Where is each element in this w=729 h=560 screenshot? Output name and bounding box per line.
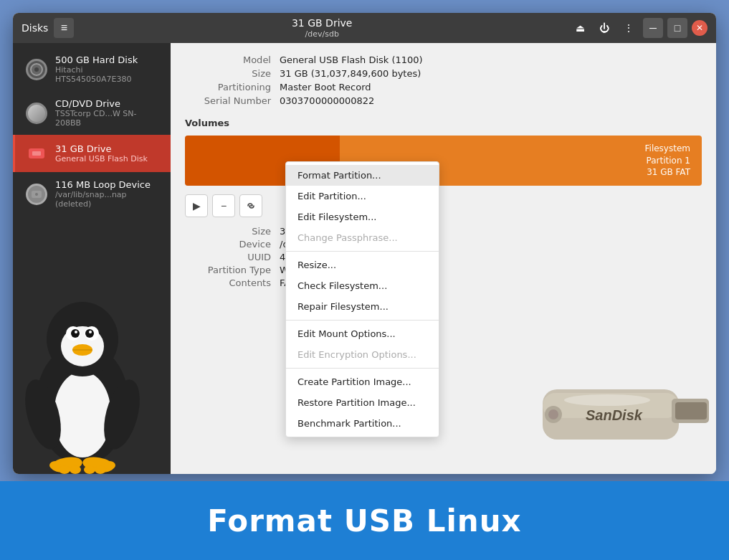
menu-edit-encryption-options: Edit Encryption Options... — [286, 344, 439, 365]
more-button[interactable]: ⋮ — [619, 18, 639, 38]
menu-sep-3 — [286, 368, 439, 369]
usb-svg: SanDisk — [528, 339, 715, 483]
sidebar-item-cdrom[interactable]: CD/DVD Drive TSSTcorp CD...W SN-208BB — [13, 91, 171, 135]
serial-value: 0303700000000822 — [280, 95, 374, 106]
tux-svg — [11, 282, 154, 483]
vol-parttype-row: Partition Type W95 F... — [185, 265, 702, 275]
sidebar-item-info-usb: 31 GB Drive General USB Flash Disk — [55, 143, 161, 163]
svg-rect-31 — [675, 402, 707, 419]
menu-resize[interactable]: Resize... — [286, 255, 439, 275]
menu-change-passphrase: Change Passphrase... — [286, 227, 439, 248]
menu-repair-filesystem[interactable]: Repair Filesystem... — [286, 296, 439, 317]
partitioning-row: Partitioning Master Boot Record — [185, 82, 702, 92]
context-menu: Format Partition... Edit Partition... Ed… — [285, 161, 439, 437]
sidebar-item-name-hdd: 500 GB Hard Disk — [55, 54, 161, 65]
svg-point-24 — [70, 465, 81, 474]
svg-text:SanDisk: SanDisk — [586, 407, 643, 423]
sidebar-item-info-loop: 116 MB Loop Device /var/lib/snap...nap (… — [55, 179, 161, 209]
cd-circle — [26, 103, 47, 124]
menu-check-filesystem[interactable]: Check Filesystem... — [286, 275, 439, 296]
menu-button[interactable]: ≡ — [54, 18, 74, 38]
titlebar-left: Disks ≡ — [22, 18, 74, 38]
menu-sep-2 — [286, 320, 439, 321]
info-table: Model General USB Flash Disk (1100) Size… — [185, 54, 702, 106]
menu-edit-filesystem[interactable]: Edit Filesystem... — [286, 207, 439, 227]
volumes-label: Volumes — [185, 118, 702, 128]
play-button[interactable]: ▶ — [185, 194, 208, 217]
model-label: Model — [185, 54, 271, 65]
vol-device-row: Device /dev/... — [185, 239, 702, 250]
svg-point-35 — [548, 409, 558, 419]
svg-point-27 — [84, 465, 95, 474]
svg-point-26 — [95, 465, 106, 474]
model-row: Model General USB Flash Disk (1100) — [185, 54, 702, 65]
sidebar-item-name-usb: 31 GB Drive — [55, 143, 161, 154]
vol-size-row: Size 31 GB — [185, 226, 702, 237]
window-subtitle: /dev/sdb — [74, 29, 570, 39]
tux-penguin — [11, 282, 154, 483]
volume-bar: Filesystem Partition 1 31 GB FAT — [185, 136, 702, 186]
minus-button[interactable]: − — [212, 194, 235, 217]
vol-parttype-label: Partition Type — [185, 265, 271, 275]
loop-circle — [26, 184, 47, 205]
menu-edit-mount-options[interactable]: Edit Mount Options... — [286, 323, 439, 344]
svg-point-5 — [35, 193, 38, 196]
svg-rect-3 — [32, 151, 41, 156]
volume-controls: ▶ − — [185, 194, 702, 217]
vol-uuid-row: UUID 4AFB-... — [185, 252, 702, 262]
menu-format-partition[interactable]: Format Partition... — [286, 165, 439, 186]
disk-circle — [26, 59, 47, 80]
titlebar-title: 31 GB Drive /dev/sdb — [74, 17, 570, 39]
vol-device-label: Device — [185, 239, 271, 250]
window-title: 31 GB Drive — [292, 17, 353, 29]
menu-restore-partition-image[interactable]: Restore Partition Image... — [286, 392, 439, 413]
sidebar-item-info-cdrom: CD/DVD Drive TSSTcorp CD...W SN-208BB — [55, 98, 161, 128]
menu-create-partition-image[interactable]: Create Partition Image... — [286, 371, 439, 392]
svg-point-33 — [564, 394, 650, 406]
sidebar-item-hdd[interactable]: 500 GB Hard Disk Hitachi HTS545050A7E380 — [13, 47, 171, 91]
loop-icon — [25, 183, 48, 206]
hdd-icon — [25, 58, 48, 81]
bottom-banner-text: Format USB Linux — [207, 503, 521, 538]
usb-drive: SanDisk — [528, 339, 715, 483]
menu-sep-1 — [286, 251, 439, 252]
svg-point-12 — [75, 331, 77, 333]
sidebar-item-usb[interactable]: 31 GB Drive General USB Flash Disk — [13, 135, 171, 172]
power-button[interactable]: ⏻ — [594, 18, 614, 38]
sidebar-item-info-hdd: 500 GB Hard Disk Hitachi HTS545050A7E380 — [55, 54, 161, 84]
svg-point-14 — [85, 329, 94, 338]
volume-detail: Size 31 GB Device /dev/... UUID 4AFB-...… — [185, 226, 702, 288]
link-icon — [246, 201, 256, 211]
svg-point-15 — [89, 331, 92, 333]
vol-size-label: Size — [185, 226, 271, 237]
bottom-banner: Format USB Linux — [0, 481, 729, 560]
menu-edit-partition[interactable]: Edit Partition... — [286, 186, 439, 207]
svg-point-23 — [59, 465, 70, 474]
app-name: Disks — [22, 22, 48, 34]
partitioning-value: Master Boot Record — [280, 82, 371, 92]
close-button[interactable]: ✕ — [692, 20, 707, 36]
size-row: Size 31 GB (31,037,849,600 bytes) — [185, 68, 702, 79]
sidebar-item-loop[interactable]: 116 MB Loop Device /var/lib/snap...nap (… — [13, 172, 171, 216]
partitioning-label: Partitioning — [185, 82, 271, 92]
sidebar-item-name-cdrom: CD/DVD Drive — [55, 98, 161, 109]
volume-segment-text: Filesystem Partition 1 31 GB FAT — [645, 143, 690, 179]
maximize-button[interactable]: □ — [667, 18, 687, 38]
sidebar-item-sub-loop: /var/lib/snap...nap (deleted) — [55, 190, 161, 209]
model-value: General USB Flash Disk (1100) — [280, 54, 423, 65]
sidebar-item-name-loop: 116 MB Loop Device — [55, 179, 161, 190]
size-label: Size — [185, 68, 271, 79]
eject-button[interactable]: ⏏ — [570, 18, 590, 38]
minimize-button[interactable]: ─ — [643, 18, 663, 38]
menu-benchmark-partition[interactable]: Benchmark Partition... — [286, 413, 439, 434]
vol-uuid-label: UUID — [185, 252, 271, 262]
svg-point-11 — [71, 329, 80, 338]
titlebar-right: ⏏ ⏻ ⋮ ─ □ ✕ — [570, 18, 707, 38]
size-value: 31 GB (31,037,849,600 bytes) — [280, 68, 421, 79]
sidebar-item-sub-cdrom: TSSTcorp CD...W SN-208BB — [55, 109, 161, 128]
sidebar-item-sub-usb: General USB Flash Disk — [55, 154, 161, 163]
svg-point-1 — [34, 67, 39, 72]
titlebar: Disks ≡ 31 GB Drive /dev/sdb ⏏ ⏻ ⋮ ─ □ ✕ — [13, 13, 716, 43]
link-button[interactable] — [239, 194, 262, 217]
vol-contents-label: Contents — [185, 277, 271, 288]
